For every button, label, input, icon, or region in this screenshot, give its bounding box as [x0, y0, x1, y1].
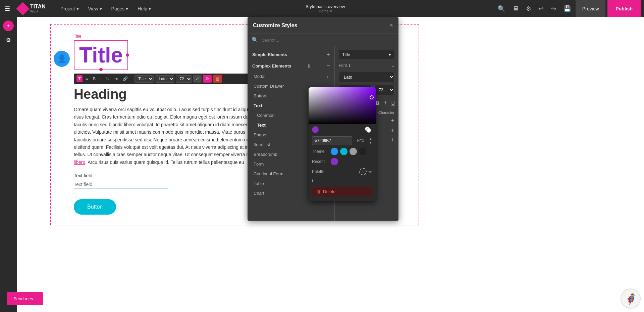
hex-row: HEX ▲ ▼ — [309, 135, 376, 146]
simple-elements-header[interactable]: Simple Elements + — [248, 49, 334, 60]
arrow-icon: › — [327, 75, 328, 79]
recent-label: Recent — [312, 159, 329, 164]
panel-close-button[interactable]: × — [389, 22, 393, 29]
dropdown-label: Title — [342, 52, 350, 57]
palette-info-button[interactable]: ℹ — [312, 179, 313, 183]
delete-element-button[interactable]: 🗑 — [213, 75, 222, 83]
title-text: Title — [79, 43, 123, 68]
palette-edit-button[interactable]: ✏ — [369, 169, 372, 174]
panel-search-input[interactable] — [262, 38, 329, 43]
search-icon[interactable]: 🔍 — [495, 3, 508, 14]
nav-pages[interactable]: Pages ▾ — [107, 0, 133, 17]
logo-text: TITAN — [30, 4, 46, 9]
text-editor-toolbar: T ≡ B I U ⇥ 🔗 Title Lato 72 ⤢ ⚙ 🗑 — [74, 74, 268, 84]
hue-slider-row — [309, 124, 376, 135]
font-family-select[interactable]: Lato — [339, 72, 394, 82]
preview-button[interactable]: Preview — [576, 0, 606, 17]
bold-button[interactable]: B — [91, 75, 98, 82]
body-text-element: Ornare quam viverra orci sagittis eu vol… — [74, 106, 262, 166]
theme-row: Theme — [309, 146, 376, 157]
character-label: Character — [378, 110, 394, 115]
resize-handle-right[interactable] — [126, 53, 129, 57]
hex-decrement-button[interactable]: ▼ — [369, 141, 372, 144]
align-button[interactable]: ≡ — [84, 75, 90, 82]
font-size-select[interactable]: 72 — [374, 85, 394, 95]
complex-elements-header[interactable]: Complex Elements ℹ − — [248, 60, 334, 72]
resize-handle-bottom[interactable] — [99, 68, 103, 71]
hex-arrows: ▲ ▼ — [369, 137, 372, 144]
toolbar-separator — [132, 76, 132, 82]
panel-title: Customize Styles — [253, 23, 297, 29]
complex-elements-info-icon: ℹ — [308, 63, 310, 69]
theme-color-cyan[interactable] — [340, 148, 347, 155]
nav-project[interactable]: Project ▾ — [56, 0, 84, 17]
nav-help[interactable]: Help ▾ — [133, 0, 156, 17]
font-collapse-button[interactable]: − — [392, 64, 394, 69]
nav-view[interactable]: View ▾ — [84, 0, 107, 17]
panel-header: Customize Styles × — [248, 17, 398, 34]
italic-format-icon[interactable]: I — [383, 99, 388, 107]
nav-actions: 🔍 🖥 ⚙ ↩ ↪ 💾 Preview Publish — [495, 0, 644, 17]
breadcrumb: Home ▾ — [319, 9, 332, 13]
palette-label: Palette — [312, 169, 324, 174]
underline-button[interactable]: U — [105, 75, 111, 82]
expand-button[interactable]: ⤢ — [193, 75, 202, 83]
redo-icon[interactable]: ↪ — [548, 3, 559, 14]
settings-icon[interactable]: ⚙ — [523, 3, 534, 14]
add-element-button[interactable]: + — [3, 20, 14, 31]
heading-element: Heading — [74, 87, 268, 102]
canvas-button[interactable]: Button — [74, 199, 116, 215]
undo-icon[interactable]: ↩ — [536, 3, 546, 14]
device-preview-icon[interactable]: 🖥 — [510, 3, 521, 14]
left-sidebar: + ⚙ — [0, 17, 17, 312]
theme-color-dark[interactable] — [359, 148, 366, 155]
theme-color-blue[interactable] — [331, 148, 338, 155]
color-gradient-canvas[interactable] — [309, 87, 376, 124]
italic-button[interactable]: I — [99, 75, 103, 82]
text-type-button[interactable]: T — [76, 75, 83, 82]
gradient-cursor[interactable] — [370, 95, 374, 99]
trash-icon: 🗑 — [317, 189, 321, 194]
logo-sub-text: WEB — [30, 9, 46, 13]
font-size-select[interactable]: 72 — [176, 75, 192, 83]
text-field-label: Text field — [74, 173, 268, 178]
chevron-down-icon: ▾ — [389, 52, 391, 57]
nav-center: Style basic overview Home ▾ — [156, 4, 495, 13]
font-name-select[interactable]: Title — [135, 75, 154, 83]
theme-color-grey[interactable] — [350, 148, 357, 155]
delete-color-button[interactable]: 🗑 Delete — [312, 187, 372, 196]
font-family-select[interactable]: Lato — [155, 75, 174, 83]
element-settings-button[interactable]: ⚙ — [203, 75, 212, 83]
logo-diamond-icon — [16, 2, 30, 15]
hex-increment-button[interactable]: ▲ — [369, 137, 372, 141]
recent-color-purple[interactable] — [331, 158, 338, 165]
send-message-button[interactable]: Send mes... — [7, 292, 43, 305]
palette-add-button[interactable]: + — [359, 168, 367, 175]
hex-input[interactable] — [312, 136, 352, 145]
letter-spacing-input[interactable] — [398, 100, 398, 106]
text-field-input[interactable] — [74, 180, 168, 189]
color-picker-popup: HEX ▲ ▼ Theme Recent Palette + ✏ ℹ 🗑 Del… — [309, 87, 376, 201]
hex-label: HEX — [354, 139, 367, 143]
indent-button[interactable]: ⇥ — [112, 75, 119, 82]
publish-button[interactable]: Publish — [607, 0, 641, 17]
element-type-dropdown[interactable]: Title ▾ — [339, 50, 394, 59]
panel-search: 🔍 — [248, 34, 398, 46]
top-navigation: ☰ TITAN WEB Project ▾ View ▾ Pages ▾ Hel… — [0, 0, 644, 17]
palette-row: Palette + ✏ — [309, 167, 376, 177]
link-button[interactable]: 🔗 — [121, 75, 129, 82]
complex-elements-label: Complex Elements — [252, 63, 291, 69]
title-element-box[interactable]: Title — [74, 40, 128, 70]
bot-avatar[interactable]: 🦸 — [621, 288, 641, 309]
search-icon: 🔍 — [252, 37, 258, 43]
underline-format-icon[interactable]: U — [389, 99, 397, 107]
title-label: Title — [74, 34, 268, 39]
complex-elements-collapse-icon: − — [327, 63, 330, 69]
font-label: Font ℹ — [339, 63, 350, 68]
hamburger-menu-icon[interactable]: ☰ — [0, 5, 15, 12]
sidebar-settings-icon[interactable]: ⚙ — [3, 35, 14, 45]
opacity-cursor[interactable] — [366, 128, 371, 133]
delete-btn-row: 🗑 Delete — [309, 185, 376, 198]
save-icon[interactable]: 💾 — [561, 3, 574, 14]
menu-item-modal[interactable]: Modal › — [248, 72, 334, 81]
